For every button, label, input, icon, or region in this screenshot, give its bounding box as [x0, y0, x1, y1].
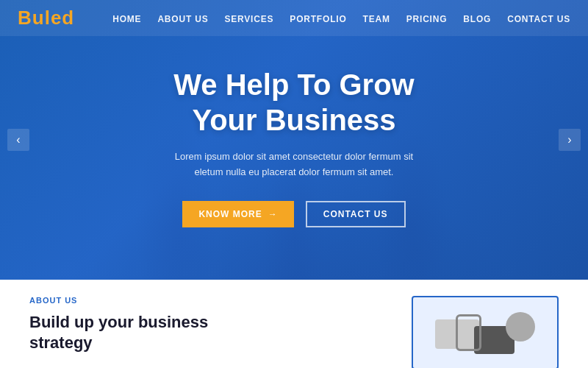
about-title-line2: strategy	[29, 333, 93, 352]
about-image	[412, 296, 559, 368]
about-title: Build up your business strategy	[29, 312, 382, 353]
hero-title: We Help To Grow Your Business	[173, 67, 414, 138]
nav-portfolio[interactable]: PORTFOLIO	[290, 14, 346, 24]
watch-shape	[456, 314, 481, 351]
nav-pricing[interactable]: PRICING	[406, 14, 448, 24]
contact-us-label: CONTACT US	[323, 209, 388, 219]
brand-logo[interactable]: Buled	[18, 7, 74, 29]
nav-home[interactable]: HOME	[112, 14, 141, 24]
chevron-right-icon: ›	[567, 133, 571, 146]
carousel-next-button[interactable]: ›	[559, 129, 581, 151]
nav-blog[interactable]: BLOG	[463, 14, 491, 24]
about-section: ABOUT US Build up your business strategy	[0, 280, 588, 368]
about-title-line1: Build up your business	[29, 313, 208, 331]
nav-links: HOME ABOUT US SERVICES PORTFOLIO TEAM PR…	[112, 12, 570, 25]
navbar: Buled HOME ABOUT US SERVICES PORTFOLIO T…	[0, 0, 588, 36]
hero-subtitle: Lorem ipsum dolor sit amet consectetur d…	[173, 149, 414, 180]
hero-title-line2: Your Business	[192, 104, 395, 136]
arrow-icon: →	[268, 209, 278, 219]
hero-content: We Help To Grow Your Business Lorem ipsu…	[173, 52, 414, 227]
know-more-label: KNOW MORE	[198, 209, 262, 219]
hero-buttons: KNOW MORE → CONTACT US	[173, 201, 414, 227]
contact-us-button[interactable]: CONTACT US	[306, 201, 406, 227]
chevron-left-icon: ‹	[16, 133, 20, 146]
carousel-prev-button[interactable]: ‹	[7, 129, 29, 151]
hero-title-line1: We Help To Grow	[173, 68, 414, 101]
hero-section: ‹ We Help To Grow Your Business Lorem ip…	[0, 0, 588, 280]
nav-contact[interactable]: CONTACT US	[507, 14, 570, 24]
nav-services[interactable]: SERVICES	[224, 14, 273, 24]
about-text: ABOUT US Build up your business strategy	[29, 296, 382, 353]
about-label: ABOUT US	[29, 296, 382, 305]
nav-team[interactable]: TEAM	[363, 14, 390, 24]
know-more-button[interactable]: KNOW MORE →	[182, 201, 293, 227]
nav-about[interactable]: ABOUT US	[157, 14, 208, 24]
